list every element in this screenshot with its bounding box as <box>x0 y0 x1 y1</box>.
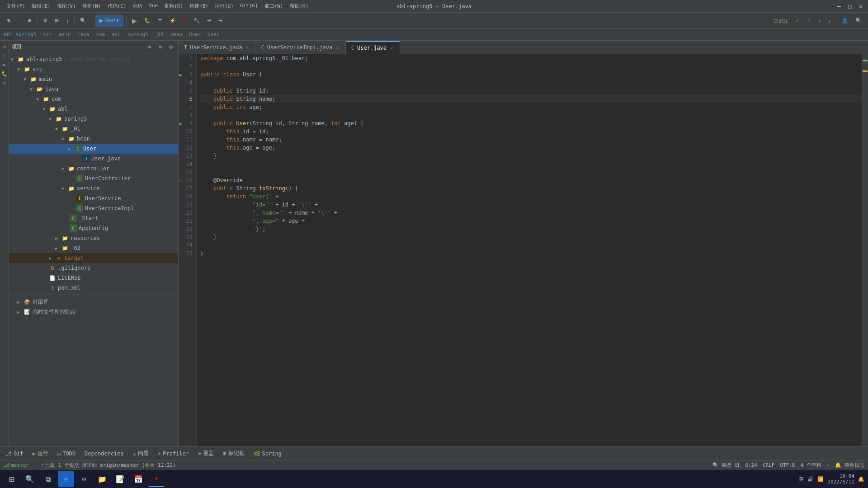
git-tool-btn[interactable]: ⎇ Git <box>4 450 25 458</box>
tab-user[interactable]: C User.java ✕ <box>346 41 400 54</box>
tree-com[interactable]: 📁 com <box>9 94 178 104</box>
taskbar-taskview[interactable]: ⧉ <box>40 471 56 487</box>
menu-navigate[interactable]: 导航(N) <box>80 2 104 10</box>
commit-icon[interactable]: ↑ <box>0 52 9 60</box>
tree-spring5[interactable]: 📁 spring5 <box>9 114 178 124</box>
maximize-button[interactable]: □ <box>846 3 854 10</box>
run-gutter-9[interactable]: ▶ <box>179 121 182 126</box>
profile-button[interactable]: ⚡ <box>167 15 179 26</box>
close-button[interactable]: ✕ <box>857 3 864 10</box>
spring-tool-btn[interactable]: 🌿 Spring <box>252 450 283 458</box>
menu-run[interactable]: 运行(U) <box>212 2 236 10</box>
menu-help[interactable]: 帮助(H) <box>287 2 311 10</box>
status-crlf[interactable]: CRLF <box>763 462 775 468</box>
status-push-info[interactable]: ↑ 已提 1 个提交 推送到 origin/master (今天 12:22) <box>41 462 175 469</box>
bookmark-button[interactable]: ⊕ <box>25 15 34 26</box>
breadcrumb-src[interactable]: src <box>43 32 52 38</box>
breadcrumb-01[interactable]: _01 <box>155 32 164 38</box>
tree-02[interactable]: 📁 _02 <box>9 243 178 253</box>
tab-userservice[interactable]: I UserService.java ✕ <box>179 41 255 54</box>
push-button[interactable]: ↑ <box>816 15 824 26</box>
undo-button[interactable]: ↩ <box>204 15 214 26</box>
taskbar-clock[interactable]: 16:04 2022/5/11 <box>827 473 854 485</box>
search-everywhere-button[interactable]: 🔍 <box>77 15 89 26</box>
layout-button[interactable]: ⊞ <box>52 15 61 26</box>
minimize-button[interactable]: ─ <box>835 3 843 10</box>
menu-window[interactable]: 窗口(W) <box>262 2 286 10</box>
breadcrumb-java[interactable]: java <box>77 32 90 38</box>
taskbar-notification[interactable]: 🔔 <box>858 476 864 482</box>
tab-usi-close[interactable]: ✕ <box>335 45 340 51</box>
tree-gitignore[interactable]: G .gitignore <box>9 263 178 273</box>
taskbar-network[interactable]: 📶 <box>817 476 824 482</box>
taskbar-calendar[interactable]: 📅 <box>130 471 146 487</box>
pull-button[interactable]: ↓ <box>826 15 834 26</box>
tree-target[interactable]: ⊕ target <box>9 253 178 263</box>
breadcrumb-user-class[interactable]: User <box>189 32 201 38</box>
taskbar-idea[interactable]: ♦ <box>148 471 165 487</box>
taskbar-notes[interactable]: 📝 <box>112 471 128 487</box>
user-avatar[interactable]: 👤 <box>839 15 851 26</box>
tree-bean[interactable]: 📁 bean <box>9 134 178 144</box>
tree-usercontroller[interactable]: C UserController <box>9 174 178 183</box>
project-panel-icon[interactable]: ⊞ <box>0 42 9 51</box>
warn-gutter-16[interactable]: ⚠ <box>179 178 182 183</box>
taskbar-volume[interactable]: 🔊 <box>807 476 814 482</box>
stop-button[interactable]: ■ <box>180 15 189 26</box>
structure-button[interactable]: ≡ <box>15 15 23 26</box>
search-btn2[interactable]: 🔍 <box>853 15 864 26</box>
run-tool-btn[interactable]: ▶ 运行 <box>31 449 50 458</box>
tree-01[interactable]: 📁 _01 <box>9 124 178 134</box>
problems-tool-btn[interactable]: ⚠ 问题 <box>131 449 151 458</box>
menu-edit[interactable]: 编辑(E) <box>29 2 53 10</box>
breadcrumb-spring5[interactable]: spring5 <box>127 32 148 38</box>
taskbar-chrome[interactable]: ⊙ <box>76 471 92 487</box>
services-icon[interactable]: ⚙ <box>0 79 9 87</box>
run-button[interactable]: ▶ <box>129 15 140 26</box>
sidebar-expand-btn[interactable]: ≡ <box>156 42 165 52</box>
breadcrumb-com[interactable]: com <box>96 32 105 38</box>
run-config-button[interactable]: ▶ Start ▾ <box>95 15 123 27</box>
menu-git[interactable]: Git(G) <box>237 2 261 10</box>
tab-user-close[interactable]: ✕ <box>389 45 394 51</box>
sidebar-locate-btn[interactable]: ⊕ <box>145 42 154 52</box>
tree-user-class[interactable]: ▶ C User <box>9 144 178 154</box>
taskbar-lang[interactable]: 英 <box>799 476 804 483</box>
debug-button[interactable]: 🐛 <box>142 15 153 26</box>
tree-service[interactable]: 📁 service <box>9 183 178 193</box>
status-encoding[interactable]: UTF-8 <box>780 462 795 468</box>
todo-tool-btn[interactable]: ☑ TODO <box>56 450 77 458</box>
tree-external-libs[interactable]: 📦 外部库 <box>9 297 178 307</box>
taskbar-explorer[interactable]: 📁 <box>94 471 110 487</box>
status-inspect[interactable]: 🔍 磁盘 日 <box>712 462 740 469</box>
tab-userserviceimpl[interactable]: C UserServiceImpl.java ✕ <box>255 41 345 54</box>
tree-java[interactable]: 📂 java <box>9 84 178 94</box>
deps-tool-btn[interactable]: Dependencies <box>83 450 126 458</box>
taskbar-edge[interactable]: e <box>58 471 74 487</box>
menu-vue[interactable]: Vue <box>146 2 160 10</box>
tree-appconfig[interactable]: C AppConfig <box>9 223 178 233</box>
breadcrumb-root[interactable]: abl-spring5 <box>4 32 37 38</box>
taskbar-start[interactable]: ⊞ <box>4 471 20 487</box>
menu-view[interactable]: 视图(V) <box>54 2 79 10</box>
tree-controller[interactable]: 📁 controller <box>9 164 178 174</box>
menu-file[interactable]: 文件(F) <box>4 2 28 10</box>
sidebar-settings-btn[interactable]: ⚙ <box>166 42 175 52</box>
menu-build[interactable]: 构建(B) <box>187 2 211 10</box>
tree-scratch[interactable]: 📝 临时文件和控制台 <box>9 307 178 317</box>
taskbar-search[interactable]: 🔍 <box>22 471 38 487</box>
code-content[interactable]: package com.abl.spring5._01.bean; public… <box>197 54 862 446</box>
project-view-button[interactable]: ⊞ <box>4 15 13 26</box>
profiler-tool-btn[interactable]: ⚡ Profiler <box>156 450 191 458</box>
check-in-button[interactable]: ✓ <box>793 15 802 26</box>
tree-userservice[interactable]: I UserService <box>9 193 178 203</box>
git-button[interactable]: Git(G): <box>771 15 791 26</box>
redo-button[interactable]: ↪ <box>216 15 225 26</box>
tree-main[interactable]: 📁 main <box>9 74 178 84</box>
breadcrumb-bean[interactable]: bean <box>170 32 183 38</box>
coverage-tool-btn[interactable]: ☂ 覆盖 <box>196 449 216 458</box>
status-event-log[interactable]: 🔔 事件日志 <box>835 462 864 469</box>
tree-user-java[interactable]: J User.java <box>9 154 178 164</box>
tab-userservice-close[interactable]: ✕ <box>245 45 250 51</box>
tree-root[interactable]: 📁 abl-spring5 C:\work\java\abl-spring5 <box>9 54 178 64</box>
